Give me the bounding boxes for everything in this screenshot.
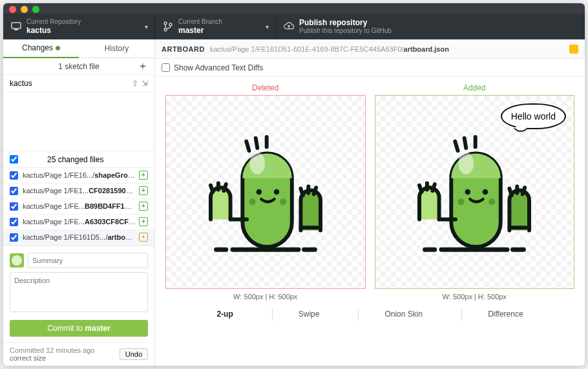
file-item[interactable]: kactus/Page 1/FE...B89BD4FF1B 2.json+ (3, 199, 154, 215)
view-mode-swipe[interactable]: Swipe (292, 306, 326, 322)
added-column: Added (375, 83, 575, 300)
repo-value: kactus (26, 26, 81, 35)
file-checkbox[interactable] (10, 202, 18, 211)
commit-summary-input[interactable] (28, 253, 148, 268)
svg-line-21 (456, 142, 458, 151)
svg-line-7 (255, 138, 257, 148)
close-icon[interactable] (9, 6, 16, 13)
file-name: kactus/Page 1/FE...A6303CF8CF 2.json (23, 218, 136, 226)
svg-line-6 (246, 142, 249, 151)
svg-point-3 (164, 28, 167, 31)
added-artboard: Hello world (375, 95, 575, 289)
publish-button[interactable]: Publish repository Publish this reposito… (276, 14, 585, 39)
cloud-upload-icon (284, 22, 294, 31)
minimize-icon[interactable] (21, 6, 28, 13)
view-mode-2-up[interactable]: 2-up (210, 306, 239, 322)
file-checkbox[interactable] (10, 218, 18, 226)
repo-selector[interactable]: Current Repository kactus ▾ (3, 14, 155, 39)
deleted-column: Deleted (165, 83, 366, 300)
branch-icon (163, 21, 173, 32)
deleted-artboard (165, 95, 366, 289)
import-icon[interactable]: ⇲ (142, 79, 148, 88)
monitor-icon (11, 22, 21, 31)
file-item[interactable]: kactus/Page 1/FE1...CF02815907 2.json+ (3, 184, 154, 199)
file-checkbox[interactable] (10, 233, 18, 242)
tab-changes[interactable]: Changes (3, 39, 79, 58)
last-commit-row: Committed 12 minutes ago correct size Un… (3, 342, 154, 366)
file-name: kactus/Page 1/FE161D5.../artboard.json (23, 233, 136, 241)
svg-point-4 (169, 23, 172, 26)
svg-line-15 (224, 184, 226, 191)
modified-badge-icon (569, 45, 578, 54)
project-row[interactable]: kactus ⇪ ⇲ (3, 75, 154, 92)
svg-rect-1 (14, 29, 18, 30)
status-badge: • (139, 233, 148, 242)
undo-button[interactable]: Undo (120, 348, 148, 360)
view-mode-difference[interactable]: Difference (481, 306, 529, 322)
project-name: kactus (10, 79, 32, 88)
tab-history-label: History (105, 44, 129, 53)
file-name: kactus/Page 1/FE1...CF02815907 2.json (23, 187, 136, 195)
advanced-diff-checkbox[interactable] (162, 63, 170, 72)
separator (345, 308, 359, 321)
view-mode-onion-skin[interactable]: Onion Skin (378, 306, 429, 322)
deleted-label: Deleted (165, 83, 366, 92)
commit-button[interactable]: Commit to master (10, 320, 148, 337)
sketch-file-row: 1 sketch file ＋ (3, 58, 154, 76)
svg-line-28 (419, 185, 421, 192)
commit-description-input[interactable] (10, 272, 148, 312)
changed-count: 25 changed files (47, 155, 103, 164)
separator (448, 308, 462, 321)
path-file: artboard.json (404, 45, 449, 53)
branch-label: Current Branch (178, 18, 222, 26)
added-label: Added (375, 83, 575, 92)
tab-history[interactable]: History (79, 39, 154, 58)
cactus-illustration (403, 121, 546, 264)
tab-changes-label: Changes (22, 43, 53, 52)
titlebar (3, 3, 585, 14)
commit-form: Commit to master (3, 246, 154, 342)
artboard-label: ARTBOARD (162, 45, 205, 53)
status-badge: + (139, 186, 148, 195)
file-item[interactable]: kactus/Page 1/FE161D5.../artboard.json• (3, 230, 154, 246)
file-item[interactable]: kactus/Page 1/FE16.../shapeGroup.json+ (3, 168, 154, 184)
changed-files-header: 25 changed files (3, 151, 154, 168)
chevron-down-icon: ▾ (145, 23, 148, 30)
advanced-diff-row: Show Advanced Text Diffs (155, 59, 585, 77)
svg-point-2 (164, 22, 167, 25)
diff-pane: ARTBOARD kactus/Page 1/FE161D51-601E-416… (155, 39, 585, 366)
branch-value: master (178, 26, 222, 35)
file-checkbox[interactable] (10, 171, 18, 180)
zoom-icon[interactable] (32, 6, 39, 13)
svg-line-31 (510, 189, 512, 195)
file-item[interactable]: kactus/Page 1/FE...A6303CF8CF 2.json+ (3, 215, 154, 230)
avatar (10, 253, 24, 268)
svg-line-16 (300, 189, 302, 195)
add-sketch-button[interactable]: ＋ (138, 59, 148, 73)
file-list: kactus/Page 1/FE16.../shapeGroup.json+ka… (3, 168, 154, 246)
path-grey: kactus/Page 1/FE161D51-601E-4169-8B7C-FE… (210, 45, 404, 53)
changes-dot-icon (56, 46, 60, 50)
cactus-illustration (194, 121, 337, 264)
select-all-checkbox[interactable] (10, 155, 18, 163)
publish-subtitle: Publish this repository to GitHub (299, 27, 392, 35)
svg-line-13 (211, 185, 213, 192)
last-commit-msg: correct size (10, 354, 120, 362)
status-badge: + (139, 217, 148, 226)
file-checkbox[interactable] (10, 187, 18, 195)
path-bar: ARTBOARD kactus/Page 1/FE161D51-601E-416… (155, 39, 585, 59)
sketch-file-label: 1 sketch file (58, 62, 99, 71)
deleted-dims: W: 500px | H: 500px (165, 293, 366, 300)
app-window: Current Repository kactus ▾ Current Bran… (3, 3, 585, 366)
branch-selector[interactable]: Current Branch master ▾ (155, 14, 276, 39)
status-badge: + (139, 202, 148, 211)
status-badge: + (139, 171, 148, 180)
svg-rect-0 (12, 23, 21, 28)
repo-label: Current Repository (26, 18, 81, 26)
export-icon[interactable]: ⇪ (132, 79, 138, 88)
chevron-down-icon: ▾ (266, 23, 269, 30)
commit-button-prefix: Commit to (47, 324, 85, 333)
speech-bubble: Hello world (501, 103, 566, 129)
svg-line-33 (523, 187, 525, 194)
last-commit-time: Committed 12 minutes ago (10, 346, 120, 354)
